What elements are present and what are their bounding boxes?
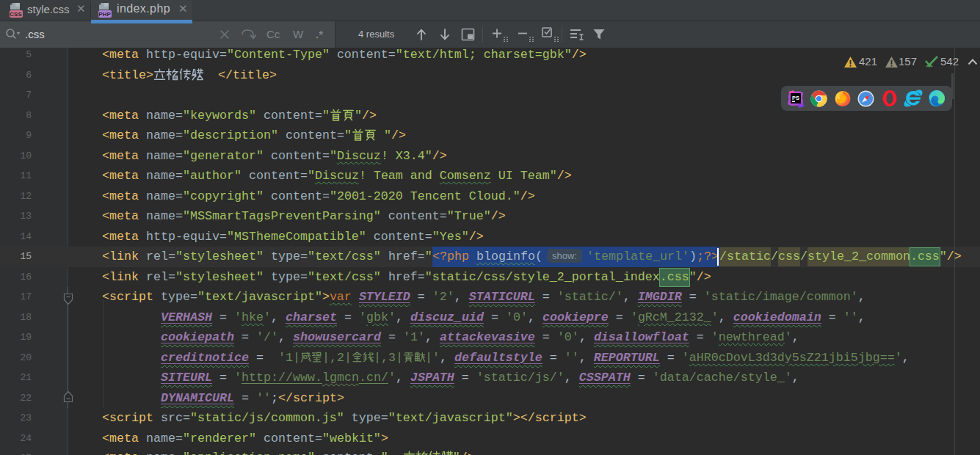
svg-text:PHP: PHP xyxy=(98,11,111,18)
svg-text:CSS: CSS xyxy=(10,11,22,18)
svg-text:PS: PS xyxy=(792,95,799,101)
